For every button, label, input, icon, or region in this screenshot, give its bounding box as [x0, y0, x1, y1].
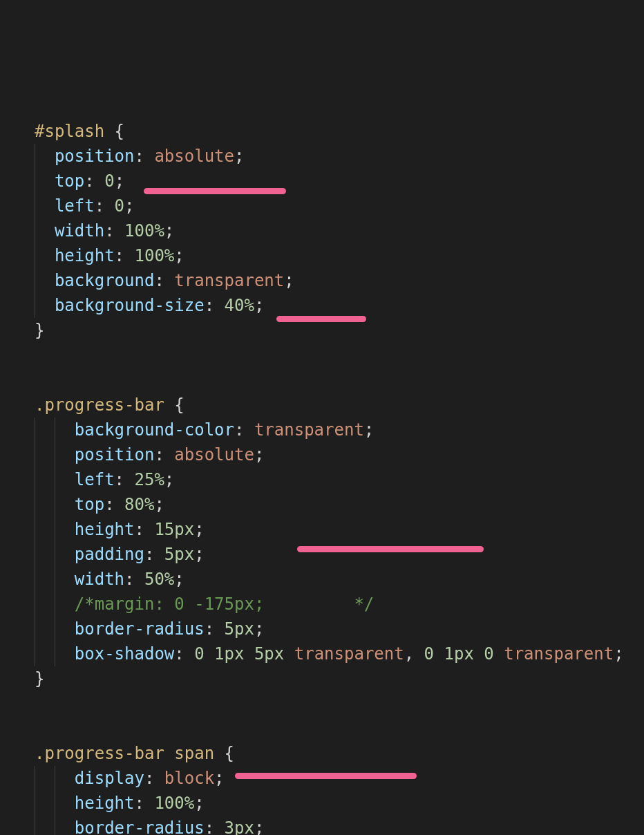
semicolon: ;	[364, 420, 374, 440]
brace-open: {	[104, 122, 124, 141]
code-line[interactable]: /*margin: 0 -175px; */	[35, 592, 644, 617]
css-property: border-radius	[75, 619, 205, 639]
colon: :	[124, 570, 144, 589]
css-property: width	[55, 221, 104, 241]
css-value: transparent	[254, 420, 364, 440]
semicolon: ;	[254, 818, 264, 835]
css-property: background-size	[55, 296, 205, 315]
code-line[interactable]: padding: 5px;	[35, 542, 644, 567]
code-line[interactable]: background: transparent;	[35, 268, 644, 293]
css-property: background	[55, 271, 155, 290]
semicolon: ;	[214, 769, 224, 788]
code-line[interactable]: width: 100%;	[35, 218, 644, 243]
semicolon: ;	[614, 644, 623, 664]
css-value	[205, 644, 214, 664]
semicolon: ;	[154, 495, 164, 514]
css-property: height	[55, 246, 115, 265]
css-value: 5px	[225, 619, 254, 639]
colon: :	[144, 545, 164, 564]
css-property: box-shadow	[75, 644, 175, 664]
css-value	[284, 644, 294, 664]
semicolon: ;	[124, 196, 134, 216]
code-line[interactable]: height: 100%;	[35, 243, 644, 268]
selector-token: .progress-bar	[35, 395, 164, 415]
code-line[interactable]: box-shadow: 0 1px 5px transparent, 0 1px…	[35, 641, 644, 666]
css-property: position	[75, 445, 155, 465]
semicolon: ;	[174, 246, 184, 265]
css-value: 0	[424, 644, 434, 664]
semicolon: ;	[115, 171, 124, 191]
code-line[interactable]: border-radius: 3px;	[35, 816, 644, 835]
css-property: left	[55, 196, 95, 216]
css-property: border-radius	[75, 818, 205, 835]
brace-close: }	[35, 321, 44, 340]
code-line[interactable]	[35, 691, 644, 716]
colon: :	[115, 246, 135, 265]
colon: :	[205, 619, 225, 639]
css-value: 100%	[135, 246, 175, 265]
semicolon: ;	[284, 271, 294, 290]
css-value: 0	[194, 644, 204, 664]
code-line[interactable]: border-radius: 5px;	[35, 617, 644, 641]
colon: :	[115, 470, 135, 489]
brace-close: }	[35, 669, 44, 688]
code-line[interactable]	[35, 716, 644, 741]
colon: :	[104, 495, 124, 514]
colon: :	[84, 171, 104, 191]
semicolon: ;	[194, 794, 204, 813]
css-value: transparent	[174, 271, 284, 290]
css-property: position	[55, 147, 135, 166]
code-line[interactable]	[35, 343, 644, 368]
css-property: display	[75, 769, 144, 788]
css-value: 1px	[214, 644, 244, 664]
css-value: 0	[104, 171, 114, 191]
colon: :	[135, 147, 155, 166]
code-line[interactable]: left: 0;	[35, 194, 644, 218]
css-value: absolute	[154, 147, 234, 166]
code-line[interactable]: background-color: transparent;	[35, 418, 644, 442]
code-line[interactable]: .progress-bar span {	[35, 741, 644, 766]
css-value: 5px	[164, 545, 194, 564]
css-property: background-color	[75, 420, 234, 440]
colon: :	[104, 221, 124, 241]
css-value: 40%	[225, 296, 254, 315]
css-value: ,	[404, 644, 414, 664]
css-property: height	[75, 794, 135, 813]
colon: :	[135, 794, 155, 813]
css-property: top	[75, 495, 104, 514]
semicolon: ;	[194, 545, 204, 564]
code-line[interactable]: width: 50%;	[35, 567, 644, 592]
colon: :	[144, 769, 164, 788]
colon: :	[205, 818, 225, 835]
semicolon: ;	[234, 147, 244, 166]
semicolon: ;	[254, 619, 264, 639]
semicolon: ;	[174, 570, 184, 589]
css-property: width	[75, 570, 124, 589]
code-editor[interactable]: #splash { position: absolute; top: 0; le…	[0, 119, 644, 835]
semicolon: ;	[194, 520, 204, 539]
code-line[interactable]: }	[35, 318, 644, 343]
semicolon: ;	[254, 445, 264, 465]
code-line[interactable]: #splash {	[35, 119, 644, 144]
selector-token: span	[174, 744, 214, 763]
selector-token: .progress-bar	[35, 744, 164, 763]
css-value: 100%	[154, 794, 194, 813]
code-line[interactable]: top: 0;	[35, 169, 644, 194]
css-value: transparent	[504, 644, 614, 664]
code-line[interactable]: height: 15px;	[35, 517, 644, 542]
colon: :	[154, 271, 174, 290]
code-line[interactable]: position: absolute;	[35, 144, 644, 169]
code-line[interactable]: background-size: 40%;	[35, 293, 644, 318]
code-line[interactable]: position: absolute;	[35, 442, 644, 467]
code-line[interactable]	[35, 368, 644, 393]
semicolon: ;	[164, 470, 174, 489]
css-value: 80%	[124, 495, 154, 514]
code-line[interactable]: height: 100%;	[35, 791, 644, 816]
code-line[interactable]: top: 80%;	[35, 492, 644, 517]
code-line[interactable]: left: 25%;	[35, 467, 644, 492]
colon: :	[174, 644, 194, 664]
code-line[interactable]: }	[35, 666, 644, 691]
code-line[interactable]: .progress-bar {	[35, 393, 644, 418]
code-line[interactable]: display: block;	[35, 766, 644, 791]
css-property: top	[55, 171, 84, 191]
